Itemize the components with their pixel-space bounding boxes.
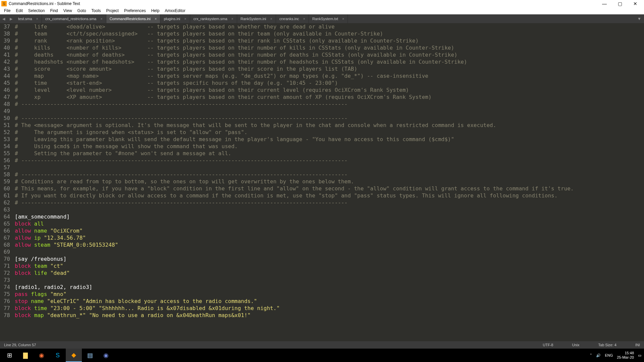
start-button[interactable]: ⊞: [1, 349, 17, 362]
status-cursor-pos: Line 29, Column 57: [4, 343, 36, 347]
code-area[interactable]: # life <dead/alive> -- targets players b…: [13, 23, 574, 341]
menu-tools[interactable]: Tools: [89, 8, 104, 13]
firefox-icon[interactable]: ◉: [34, 349, 50, 362]
menu-project[interactable]: Project: [104, 8, 121, 13]
tab-label: CommandRestrictions.ini: [110, 17, 151, 21]
tray-notification-icon[interactable]: ▭: [638, 353, 641, 358]
taskbar: ⊞ ▇ ◉ S ◆ ▤ ◉ ˄ 🔊 ENG 15:48 25-Mar-20 ▭: [0, 349, 644, 362]
app-icon: S: [1, 1, 7, 6]
status-syntax[interactable]: INI: [635, 343, 640, 347]
menu-help[interactable]: Help: [149, 8, 162, 13]
tab-close-icon[interactable]: ×: [231, 17, 233, 21]
tab-close-icon[interactable]: ×: [270, 17, 272, 21]
discord-icon[interactable]: ◉: [98, 349, 114, 362]
tray-chevron-icon[interactable]: ˄: [590, 353, 592, 358]
menu-selection[interactable]: Selection: [25, 8, 47, 13]
status-tab-size[interactable]: Tab Size: 4: [598, 343, 616, 347]
tab-label: crx_ranksystem.sma: [194, 17, 227, 21]
tab-close-icon[interactable]: ×: [303, 17, 305, 21]
tab-label: crx_command_restrictions.sma: [45, 17, 96, 21]
system-tray: ˄ 🔊 ENG 15:48 25-Mar-20 ▭: [590, 351, 643, 360]
tab-label: plugins.ini: [164, 17, 180, 21]
tab-ranksystem-txt[interactable]: RankSystem.txt×: [309, 14, 348, 23]
maximize-button[interactable]: ▢: [615, 1, 625, 6]
title-bar: S CommandRestrictions.ini - Sublime Text…: [0, 0, 644, 7]
status-encoding[interactable]: UTF-8: [543, 343, 553, 347]
skype-icon[interactable]: S: [50, 349, 66, 362]
tab-test-sma[interactable]: test.sma×: [15, 14, 42, 23]
window-title: CommandRestrictions.ini - Sublime Text: [9, 1, 80, 6]
tab-close-icon[interactable]: ×: [100, 17, 102, 21]
menu-edit[interactable]: Edit: [13, 8, 25, 13]
file-explorer-icon[interactable]: ▇: [17, 349, 34, 362]
tab-plugins-ini[interactable]: plugins.ini×: [160, 14, 190, 23]
status-bar: Line 29, Column 57 UTF-8 Unix Tab Size: …: [0, 341, 644, 349]
nav-forward-icon[interactable]: ▶: [7, 14, 15, 23]
nav-back-icon[interactable]: ◀: [0, 14, 7, 23]
tab-label: RankSystem.txt: [312, 17, 338, 21]
tab-close-icon[interactable]: ×: [155, 17, 157, 21]
menu-find[interactable]: Find: [47, 8, 60, 13]
menu-view[interactable]: View: [61, 8, 75, 13]
tab-commandrestrictions-ini[interactable]: CommandRestrictions.ini×: [106, 14, 161, 23]
tab-crx-ranksystem-sma[interactable]: crx_ranksystem.sma×: [190, 14, 237, 23]
tray-volume-icon[interactable]: 🔊: [596, 353, 601, 358]
tab-label: RankSystem.ini: [240, 17, 266, 21]
tab-label: crxranks.inc: [279, 17, 299, 21]
editor[interactable]: 3738394041424344454647484950515253545556…: [0, 23, 644, 341]
tab-ranksystem-ini[interactable]: RankSystem.ini×: [237, 14, 276, 23]
menu-file[interactable]: File: [1, 8, 13, 13]
tab-row: ◀ ▶ test.sma×crx_command_restrictions.sm…: [0, 14, 644, 23]
menu-goto[interactable]: Goto: [75, 8, 89, 13]
tray-language[interactable]: ENG: [605, 353, 613, 357]
line-number-gutter: 3738394041424344454647484950515253545556…: [0, 23, 13, 341]
tab-crx-command-restrictions-sma[interactable]: crx_command_restrictions.sma×: [42, 14, 106, 23]
tab-close-icon[interactable]: ×: [342, 17, 344, 21]
tab-close-icon[interactable]: ×: [184, 17, 186, 21]
menu-amxxeditor[interactable]: AmxxEditor: [162, 8, 188, 13]
close-button[interactable]: ✕: [631, 1, 640, 6]
tab-label: test.sma: [18, 17, 32, 21]
tabs-dropdown-icon[interactable]: ▼: [637, 16, 641, 21]
tab-close-icon[interactable]: ×: [36, 17, 38, 21]
notepad-icon[interactable]: ▤: [82, 349, 98, 362]
sublime-icon[interactable]: ◆: [66, 349, 82, 362]
menu-bar: FileEditSelectionFindViewGotoToolsProjec…: [0, 7, 644, 14]
minimize-button[interactable]: —: [600, 1, 609, 6]
menu-preferences[interactable]: Preferences: [121, 8, 149, 13]
tab-crxranks-inc[interactable]: crxranks.inc×: [276, 14, 309, 23]
status-line-endings[interactable]: Unix: [572, 343, 580, 347]
tray-clock[interactable]: 15:48 25-Mar-20: [617, 351, 634, 360]
